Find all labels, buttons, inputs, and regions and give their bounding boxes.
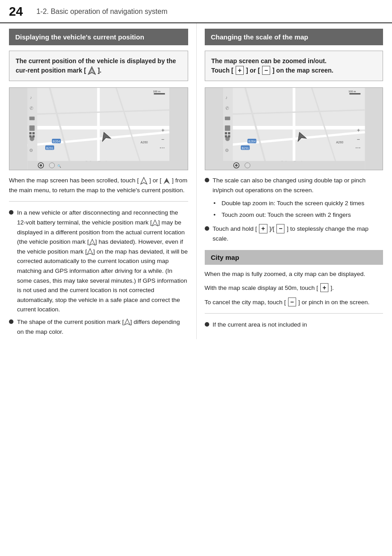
- sub-dot-1: •: [214, 198, 220, 208]
- plus-key3: +: [320, 283, 328, 292]
- svg-marker-40: [152, 220, 158, 226]
- left-section-header: Displaying the vehicle's current positio…: [9, 29, 188, 45]
- svg-rect-76: [228, 132, 230, 134]
- right-info-line1: The map screen can be zoomed in/out.: [211, 56, 377, 66]
- svg-text:B264: B264: [248, 140, 255, 143]
- svg-rect-36: [29, 135, 31, 138]
- city-body3: To cancel the city map, touch [ − ] or p…: [205, 297, 383, 307]
- bullet2-text: The shape of the current position mark […: [17, 317, 188, 336]
- minus-key3: −: [288, 297, 296, 306]
- left-info-box: The current position of the vehicle is d…: [9, 51, 188, 81]
- svg-rect-22: [29, 125, 34, 131]
- vehicle-mark-icon: [88, 66, 96, 75]
- svg-rect-67: [223, 161, 365, 170]
- sub-bullet2-text: Touch zoom out: Touch the screen with 2 …: [222, 210, 351, 220]
- svg-text:♪: ♪: [30, 95, 32, 100]
- svg-text:⋯: ⋯: [159, 145, 165, 151]
- svg-text:A260: A260: [336, 141, 343, 144]
- svg-text:A260: A260: [141, 141, 148, 144]
- svg-point-70: [235, 164, 237, 167]
- right-map-image: College Road A260 100 m B264 B291 ♪ ✆ ⚙: [205, 87, 383, 170]
- svg-rect-63: [224, 116, 230, 120]
- bullet-circle-2: [9, 319, 13, 324]
- svg-rect-37: [32, 135, 34, 138]
- svg-marker-41: [89, 239, 95, 245]
- svg-point-29: [49, 163, 55, 168]
- svg-rect-75: [224, 132, 227, 134]
- city-bullet-circle: [205, 322, 209, 327]
- svg-text:+: +: [357, 127, 360, 134]
- svg-text:B291: B291: [241, 147, 249, 150]
- svg-text:⚙: ⚙: [224, 148, 228, 153]
- city-map-header: City map: [205, 250, 383, 265]
- svg-text:✆: ✆: [30, 106, 33, 111]
- left-body-text1: When the map screen has been scrolled, t…: [9, 176, 188, 195]
- divider-right: [205, 313, 383, 314]
- city-body2: With the map scale display at 50m, touch…: [205, 283, 383, 293]
- svg-rect-34: [29, 132, 31, 134]
- left-map-image: College Road A260 100 m B264 B291 ♪ ✆: [9, 87, 188, 170]
- svg-rect-77: [224, 135, 227, 138]
- svg-marker-39: [164, 178, 170, 184]
- svg-text:B291: B291: [46, 147, 53, 150]
- divider1: [9, 201, 188, 202]
- right-section-header: Changing the scale of the map: [205, 29, 383, 45]
- right-bullet-circle-2: [205, 226, 209, 231]
- vehicle-icon-b1c: [87, 248, 93, 255]
- vehicle-icon-b1a: [152, 220, 158, 227]
- page-number: 24: [9, 4, 23, 19]
- vehicle-icon-b2: [124, 319, 130, 326]
- vehicle-icon-b1b: [89, 239, 95, 246]
- bullet-circle-1: [9, 210, 13, 215]
- info-box-suffix: ].: [98, 67, 102, 74]
- main-content: Displaying the vehicle's current positio…: [0, 23, 392, 339]
- page-header: 24 1-2. Basic operation of navigation sy…: [0, 0, 392, 23]
- svg-rect-11: [154, 93, 165, 95]
- sub-dot-2: •: [214, 210, 220, 220]
- svg-point-28: [39, 164, 42, 167]
- right-column: Changing the scale of the map The map sc…: [196, 23, 383, 339]
- right-bullet-circle-1: [205, 178, 209, 182]
- page-title: 1-2. Basic operation of navigation syste…: [36, 8, 168, 16]
- right-info-box: The map screen can be zoomed in/out. Tou…: [205, 51, 383, 81]
- svg-rect-25: [27, 161, 169, 170]
- right-bullet1-text: The scale can also be changed using doub…: [213, 176, 383, 195]
- left-column: Displaying the vehicle's current positio…: [9, 23, 196, 339]
- svg-marker-42: [87, 249, 93, 254]
- bullet-item-1: In a new vehicle or after disconnecting …: [9, 208, 188, 315]
- bullet-item-2: The shape of the current position mark […: [9, 317, 188, 336]
- info-box-text: The current position of the vehicle is d…: [16, 57, 176, 74]
- svg-rect-21: [29, 117, 34, 121]
- scroll-icon1: [140, 177, 147, 185]
- svg-rect-35: [32, 132, 34, 134]
- minus-key2: −: [276, 224, 284, 233]
- svg-text:🔍: 🔍: [57, 164, 61, 168]
- sub-bullet1-text: Double tap zoom in: Touch the screen qui…: [222, 198, 365, 208]
- svg-text:✆: ✆: [225, 106, 228, 111]
- svg-text:100 m: 100 m: [153, 90, 160, 93]
- arrow-icon: [163, 177, 170, 185]
- right-sub-bullet-2: • Touch zoom out: Touch the screen with …: [205, 210, 383, 220]
- minus-key: −: [262, 66, 270, 75]
- svg-text:⚙: ⚙: [29, 148, 33, 153]
- svg-rect-78: [228, 135, 230, 138]
- svg-marker-43: [124, 319, 129, 325]
- svg-text:♪: ♪: [225, 95, 227, 100]
- svg-text:⋯: ⋯: [355, 145, 360, 151]
- svg-marker-38: [141, 177, 147, 184]
- svg-text:100 m: 100 m: [348, 90, 356, 93]
- bullet1-text: In a new vehicle or after disconnecting …: [17, 208, 188, 315]
- right-bullet2-text: Touch and hold [ + ]/[ − ] to steplessly…: [213, 224, 383, 243]
- city-bullet-1: If the current area is not included in: [205, 320, 383, 330]
- svg-point-71: [245, 163, 250, 168]
- svg-rect-53: [349, 93, 360, 95]
- plus-key2: +: [259, 224, 267, 233]
- svg-text:−: −: [357, 136, 360, 142]
- right-bullet-1: The scale can also be changed using doub…: [205, 176, 383, 195]
- plus-key: +: [236, 66, 244, 75]
- city-body1: When the map is fully zoomed, a city map…: [205, 269, 383, 279]
- svg-text:−: −: [161, 136, 164, 142]
- right-sub-bullet-1: • Double tap zoom in: Touch the screen q…: [205, 198, 383, 208]
- svg-text:B264: B264: [53, 140, 60, 143]
- svg-rect-64: [224, 125, 230, 131]
